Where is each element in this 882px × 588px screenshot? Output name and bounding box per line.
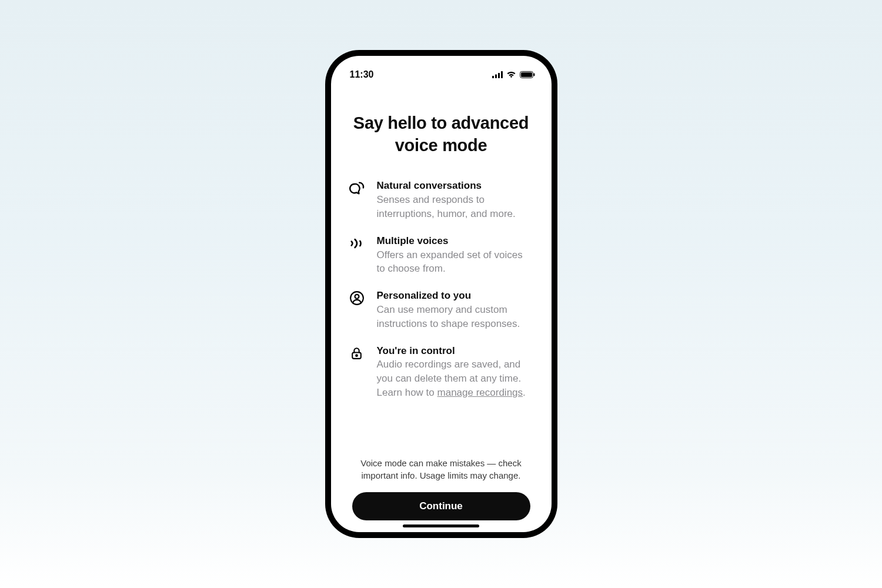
feature-description: Can use memory and custom instructions t… (377, 303, 534, 331)
status-time: 11:30 (350, 69, 374, 80)
feature-desc-text-after: . (523, 387, 526, 398)
feature-description: Senses and responds to interruptions, hu… (377, 193, 534, 221)
svg-rect-3 (501, 71, 503, 78)
feature-personalized: Personalized to you Can use memory and c… (349, 289, 534, 330)
sound-waves-icon (349, 235, 365, 252)
svg-rect-2 (498, 73, 500, 78)
feature-title: Multiple voices (377, 234, 534, 248)
footer: Voice mode can make mistakes — check imp… (349, 457, 534, 532)
feature-natural-conversations: Natural conversations Senses and respond… (349, 179, 534, 220)
cellular-icon (492, 71, 503, 78)
manage-recordings-link[interactable]: manage recordings (437, 387, 523, 398)
feature-you-are-in-control: You're in control Audio recordings are s… (349, 344, 534, 400)
feature-description: Offers an expanded set of voices to choo… (377, 248, 534, 276)
feature-title: Natural conversations (377, 179, 534, 193)
continue-button[interactable]: Continue (352, 492, 530, 520)
feature-text: Multiple voices Offers an expanded set o… (377, 234, 534, 276)
feature-text: Personalized to you Can use memory and c… (377, 289, 534, 330)
feature-list: Natural conversations Senses and respond… (349, 179, 534, 399)
phone-frame: 11:30 Say hello to advanced voice mode (325, 50, 557, 538)
home-indicator[interactable] (403, 524, 479, 527)
battery-icon (520, 71, 535, 78)
svg-rect-1 (495, 75, 497, 79)
lock-icon (349, 345, 365, 362)
feature-title: You're in control (377, 344, 534, 358)
status-indicators (492, 71, 535, 78)
svg-rect-6 (533, 74, 534, 76)
status-bar: 11:30 (331, 61, 552, 89)
svg-rect-5 (521, 72, 532, 77)
svg-point-8 (355, 295, 359, 299)
page-title: Say hello to advanced voice mode (349, 112, 534, 156)
wifi-icon (506, 71, 516, 78)
svg-point-10 (356, 355, 358, 356)
feature-description: Audio recordings are saved, and you can … (377, 358, 534, 399)
phone-screen: 11:30 Say hello to advanced voice mode (331, 56, 552, 532)
svg-rect-0 (492, 76, 494, 78)
feature-text: You're in control Audio recordings are s… (377, 344, 534, 400)
onboarding-content: Say hello to advanced voice mode Natural… (331, 89, 552, 532)
chat-bubbles-icon (349, 180, 365, 196)
person-circle-icon (349, 290, 365, 306)
feature-multiple-voices: Multiple voices Offers an expanded set o… (349, 234, 534, 276)
feature-title: Personalized to you (377, 289, 534, 303)
disclaimer-text: Voice mode can make mistakes — check imp… (352, 457, 530, 482)
feature-text: Natural conversations Senses and respond… (377, 179, 534, 220)
